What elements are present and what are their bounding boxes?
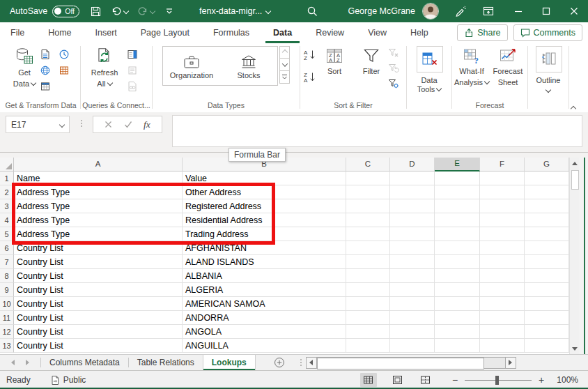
outline-dropdown[interactable]: [528, 84, 568, 96]
queries-connections-button[interactable]: [127, 49, 138, 60]
recent-sources-button[interactable]: [59, 49, 70, 60]
enter-check-icon[interactable]: [124, 121, 132, 128]
get-data-button[interactable]: Get Data: [7, 43, 42, 89]
cell-C8[interactable]: [346, 269, 390, 283]
cell-C1[interactable]: [346, 171, 390, 185]
sheet-nav-previous-button[interactable]: [0, 355, 20, 370]
cell-B7[interactable]: ALAND ISLANDS: [183, 255, 346, 269]
name-box-dropdown-icon[interactable]: [59, 121, 65, 127]
cell-B6[interactable]: AFGHANISTAN: [183, 241, 346, 255]
cell-B13[interactable]: ANGUILLA: [183, 339, 346, 353]
cell-D2[interactable]: [390, 185, 435, 199]
tab-file[interactable]: File: [3, 23, 32, 43]
cell-A4[interactable]: Address Type: [14, 213, 183, 227]
cell-C9[interactable]: [346, 283, 390, 297]
cell-F1[interactable]: [480, 171, 525, 185]
tab-bar-grip[interactable]: [300, 359, 302, 366]
row-header-12[interactable]: 12: [0, 325, 14, 339]
new-sheet-button[interactable]: [274, 355, 285, 370]
row-header-13[interactable]: 13: [0, 339, 14, 353]
ink-button[interactable]: [454, 5, 467, 17]
name-box[interactable]: E17: [6, 116, 70, 133]
maximize-button[interactable]: [532, 0, 560, 22]
from-web-button[interactable]: [40, 65, 51, 76]
cell-D4[interactable]: [390, 213, 435, 227]
column-header-A[interactable]: A: [14, 158, 183, 171]
cell-A1[interactable]: Name: [14, 171, 183, 185]
cell-E10[interactable]: [435, 297, 480, 311]
from-text-csv-button[interactable]: [40, 49, 51, 60]
cell-C7[interactable]: [346, 255, 390, 269]
cell-B1[interactable]: Value: [183, 171, 346, 185]
cell-F10[interactable]: [480, 297, 525, 311]
normal-view-button[interactable]: [360, 373, 377, 387]
cell-G5[interactable]: [525, 227, 569, 241]
cell-E9[interactable]: [435, 283, 480, 297]
row-header-10[interactable]: 10: [0, 297, 14, 311]
sheet-tab-columns-metadata[interactable]: Columns Metadata: [41, 355, 128, 370]
cell-A12[interactable]: Country List: [14, 325, 183, 339]
scroll-up-button[interactable]: [570, 158, 579, 169]
cell-E3[interactable]: [435, 199, 480, 213]
cell-F2[interactable]: [480, 185, 525, 199]
cell-G11[interactable]: [525, 311, 569, 325]
cell-F3[interactable]: [480, 199, 525, 213]
sheet-nav-next-button[interactable]: [20, 355, 40, 370]
column-header-C[interactable]: C: [346, 158, 390, 171]
scroll-down-button[interactable]: [570, 343, 580, 354]
refresh-all-button[interactable]: Refresh All: [85, 43, 124, 89]
cell-D5[interactable]: [390, 227, 435, 241]
cell-E13[interactable]: [435, 339, 480, 353]
row-header-3[interactable]: 3: [0, 199, 14, 213]
row-header-2[interactable]: 2: [0, 185, 14, 199]
cell-G8[interactable]: [525, 269, 569, 283]
cell-B12[interactable]: ANGOLA: [183, 325, 346, 339]
cell-D3[interactable]: [390, 199, 435, 213]
column-header-D[interactable]: D: [390, 158, 435, 171]
cell-B3[interactable]: Registered Address: [183, 199, 346, 213]
sort-ascending-button[interactable]: AZ: [303, 49, 317, 60]
cell-A11[interactable]: Country List: [14, 311, 183, 325]
cell-G4[interactable]: [525, 213, 569, 227]
row-header-6[interactable]: 6: [0, 241, 14, 255]
cancel-icon[interactable]: [105, 121, 112, 128]
page-break-preview-button[interactable]: [417, 373, 434, 387]
existing-connections-button[interactable]: [40, 81, 51, 92]
cell-D1[interactable]: [390, 171, 435, 185]
cell-A8[interactable]: Country List: [14, 269, 183, 283]
cell-E12[interactable]: [435, 325, 480, 339]
cell-D10[interactable]: [390, 297, 435, 311]
cell-D13[interactable]: [390, 339, 435, 353]
column-header-G[interactable]: G: [525, 158, 569, 171]
cell-E5[interactable]: [435, 227, 480, 241]
tab-page-layout[interactable]: Page Layout: [133, 23, 197, 43]
tab-help[interactable]: Help: [403, 23, 436, 43]
undo-dropdown-icon[interactable]: [123, 8, 129, 14]
cell-A7[interactable]: Country List: [14, 255, 183, 269]
reapply-filter-button[interactable]: [388, 63, 399, 74]
cell-A3[interactable]: Address Type: [14, 199, 183, 213]
autosave-toggle[interactable]: Off: [52, 6, 79, 17]
cell-B2[interactable]: Other Address: [183, 185, 346, 199]
cell-G9[interactable]: [525, 283, 569, 297]
edit-links-button[interactable]: [127, 81, 138, 92]
tab-view[interactable]: View: [360, 23, 394, 43]
gallery-more-button[interactable]: [279, 71, 290, 84]
cell-C12[interactable]: [346, 325, 390, 339]
cell-C10[interactable]: [346, 297, 390, 311]
avatar[interactable]: [422, 3, 439, 20]
cell-F5[interactable]: [480, 227, 525, 241]
cell-E7[interactable]: [435, 255, 480, 269]
formula-input[interactable]: [172, 115, 582, 147]
data-type-organization[interactable]: Organization: [163, 53, 220, 79]
collapse-ribbon-button[interactable]: [571, 100, 575, 113]
row-header-4[interactable]: 4: [0, 213, 14, 227]
cell-B10[interactable]: AMERICAN SAMOA: [183, 297, 346, 311]
cell-C11[interactable]: [346, 311, 390, 325]
cell-G6[interactable]: [525, 241, 569, 255]
cell-F6[interactable]: [480, 241, 525, 255]
redo-dropdown-icon[interactable]: [150, 8, 155, 14]
zoom-level[interactable]: 100%: [557, 375, 578, 385]
close-button[interactable]: [560, 0, 588, 22]
properties-button[interactable]: [127, 65, 138, 76]
